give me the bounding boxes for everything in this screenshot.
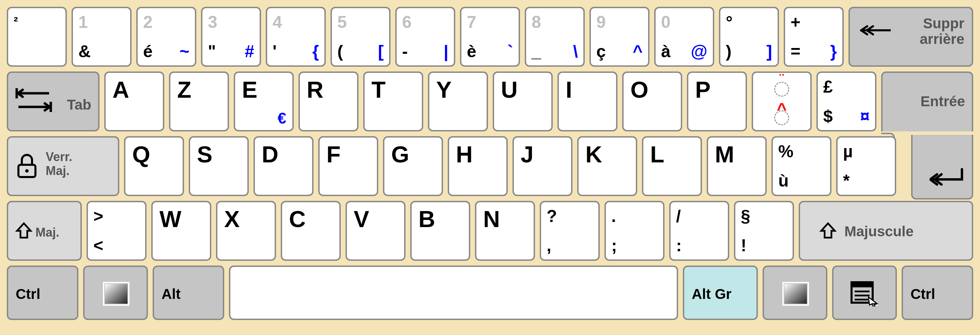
key-shift-left[interactable]: Maj.	[7, 201, 82, 261]
key-x[interactable]: X	[216, 201, 276, 261]
glyph-tl: ?	[547, 206, 557, 226]
svg-point-1	[25, 169, 29, 173]
key-z[interactable]: Z	[169, 71, 229, 132]
key-asterisk[interactable]: µ *	[836, 136, 896, 196]
key-dollar[interactable]: £ $ ¤	[816, 71, 877, 132]
ctrl-right-label: Ctrl	[910, 286, 935, 302]
key-r[interactable]: R	[299, 71, 358, 132]
key-6[interactable]: 6 - |	[395, 7, 455, 67]
key-g[interactable]: G	[383, 136, 443, 196]
key-k[interactable]: K	[577, 136, 637, 196]
key-alt[interactable]: Alt	[153, 265, 224, 320]
key-y[interactable]: Y	[428, 71, 488, 132]
glyph-tl: 5	[337, 12, 347, 32]
key-4[interactable]: 4 ' {	[266, 7, 326, 67]
key-altgr[interactable]: Alt Gr	[683, 265, 758, 320]
key-1[interactable]: 1 &	[72, 7, 132, 67]
row-5: Ctrl Alt Alt Gr	[7, 265, 973, 320]
key-e[interactable]: E €	[234, 71, 294, 132]
glyph-tl: 0	[661, 12, 671, 32]
tab-label: Tab	[67, 97, 91, 113]
key-0[interactable]: 0 à @	[654, 7, 714, 67]
key-9[interactable]: 9 ç ^	[590, 7, 649, 67]
glyph-bl: "	[208, 41, 216, 61]
glyph: N	[483, 206, 500, 232]
key-m[interactable]: M	[707, 136, 767, 196]
glyph: D	[262, 141, 278, 167]
glyph: Z	[177, 76, 191, 103]
key-v[interactable]: V	[345, 201, 406, 261]
key-superscript-2[interactable]: ²	[7, 7, 67, 67]
key-question[interactable]: ? ,	[540, 201, 600, 261]
key-u[interactable]: U	[493, 71, 553, 132]
key-l[interactable]: L	[642, 136, 702, 196]
key-shift-right[interactable]: Majuscule	[799, 201, 973, 261]
key-win-left[interactable]	[83, 265, 148, 320]
row-4: Maj. > < W X C V B N ? , . ; / : § !	[7, 201, 973, 261]
glyph: G	[391, 141, 409, 167]
key-period[interactable]: . ;	[605, 201, 665, 261]
key-tab[interactable]: Tab	[7, 71, 100, 132]
key-angle-bracket[interactable]: > <	[87, 201, 146, 261]
glyph: W	[159, 206, 181, 232]
key-5[interactable]: 5 ( [	[331, 7, 390, 67]
key-a[interactable]: A	[104, 71, 164, 132]
glyph-bl: ²	[14, 14, 18, 29]
key-b[interactable]: B	[410, 201, 470, 261]
glyph-bl: é	[143, 41, 153, 61]
dead-circumflex: ^	[776, 99, 786, 119]
glyph-br: #	[245, 41, 254, 61]
key-c[interactable]: C	[281, 201, 341, 261]
key-menu[interactable]	[832, 265, 897, 320]
key-space[interactable]	[229, 265, 678, 320]
glyph-bl: _	[531, 41, 541, 61]
glyph: H	[456, 141, 473, 167]
glyph-bl: <	[93, 236, 103, 255]
key-w[interactable]: W	[151, 201, 211, 261]
key-2[interactable]: 2 é ~	[136, 7, 196, 67]
glyph-bl: (	[337, 41, 343, 61]
key-j[interactable]: J	[512, 136, 573, 196]
key-p[interactable]: P	[687, 71, 747, 132]
key-3[interactable]: 3 " #	[201, 7, 261, 67]
key-ctrl-right[interactable]: Ctrl	[902, 265, 973, 320]
glyph: R	[307, 76, 323, 103]
key-degree[interactable]: ° ) ]	[719, 7, 779, 67]
key-section[interactable]: § !	[734, 201, 794, 261]
key-win-right[interactable]	[763, 265, 827, 320]
key-enter[interactable]: Entrée	[881, 71, 973, 132]
key-capslock[interactable]: Verr.Maj.	[7, 136, 119, 196]
key-8[interactable]: 8 _ \	[525, 7, 585, 67]
key-plus[interactable]: + = }	[784, 7, 844, 67]
glyph-tl: £	[823, 77, 833, 97]
glyph: Q	[132, 141, 150, 167]
key-n[interactable]: N	[475, 201, 535, 261]
key-circumflex-dead[interactable]: ¨ ^	[752, 71, 812, 132]
key-percent[interactable]: % ù	[772, 136, 831, 196]
shift-left-label: Maj.	[35, 225, 59, 240]
key-o[interactable]: O	[622, 71, 682, 132]
glyph-bl: à	[661, 41, 671, 61]
glyph-bl: '	[273, 41, 277, 61]
key-slash[interactable]: / :	[669, 201, 729, 261]
key-q[interactable]: Q	[124, 136, 184, 196]
glyph-br: ¤	[860, 106, 870, 126]
glyph-tl: °	[726, 12, 733, 32]
glyph: K	[585, 141, 602, 167]
key-s[interactable]: S	[189, 136, 249, 196]
key-7[interactable]: 7 è `	[460, 7, 520, 67]
key-h[interactable]: H	[448, 136, 508, 196]
tab-icon	[15, 86, 52, 114]
key-t[interactable]: T	[363, 71, 423, 132]
key-i[interactable]: I	[557, 71, 617, 132]
glyph-bl: ç	[596, 41, 606, 61]
glyph-br: ^	[633, 41, 643, 61]
key-f[interactable]: F	[318, 136, 378, 196]
glyph-bl: $	[823, 106, 833, 126]
key-backspace[interactable]: Supprarrière	[848, 7, 973, 67]
key-d[interactable]: D	[253, 136, 313, 196]
dead-diaeresis: ¨	[779, 71, 784, 87]
key-ctrl-left[interactable]: Ctrl	[7, 265, 78, 320]
glyph: M	[715, 141, 734, 167]
key-enter-lower[interactable]	[911, 135, 973, 200]
